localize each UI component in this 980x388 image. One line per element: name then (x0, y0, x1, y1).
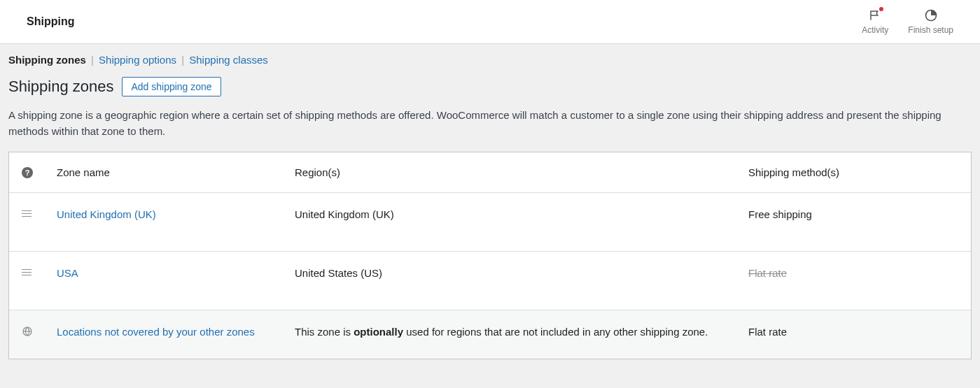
zone-name-link[interactable]: USA (57, 267, 78, 279)
drag-handle-col (22, 208, 57, 219)
section-description: A shipping zone is a geographic region w… (0, 103, 966, 152)
progress-circle-icon (924, 8, 938, 22)
zone-name-link[interactable]: Locations not covered by your other zone… (57, 326, 255, 338)
finish-setup-label: Finish setup (908, 25, 953, 35)
zone-name-link[interactable]: United Kingdom (UK) (57, 208, 156, 220)
topbar: Shipping Activity Finish setup (0, 0, 980, 44)
help-col: ? (22, 167, 57, 178)
section-heading: Shipping zones (8, 78, 113, 96)
table-row: United Kingdom (UK) United Kingdom (UK) … (9, 193, 971, 252)
zone-method: Free shipping (748, 208, 958, 220)
subnav-options[interactable]: Shipping options (99, 54, 176, 66)
topbar-actions: Activity Finish setup (862, 8, 953, 35)
subnav: Shipping zones | Shipping options | Ship… (0, 44, 980, 73)
table-header-row: ? Zone name Region(s) Shipping method(s) (9, 152, 971, 193)
drag-handle-icon[interactable] (22, 267, 31, 278)
heading-row: Shipping zones Add shipping zone (0, 73, 980, 103)
help-icon[interactable]: ? (22, 167, 33, 178)
zone-region: This zone is optionally used for regions… (295, 326, 748, 338)
globe-col (22, 326, 57, 339)
header-zone-name: Zone name (57, 166, 295, 178)
activity-label: Activity (862, 25, 888, 35)
zone-region: United Kingdom (UK) (295, 208, 748, 220)
table-row: USA United States (US) Flat rate (9, 252, 971, 310)
zone-region: United States (US) (295, 267, 748, 279)
page-title: Shipping (27, 15, 74, 28)
subnav-classes[interactable]: Shipping classes (189, 54, 268, 66)
header-method: Shipping method(s) (748, 166, 958, 178)
shipping-zones-table: ? Zone name Region(s) Shipping method(s)… (8, 152, 972, 359)
flag-icon (868, 8, 882, 22)
table-row-rest: Locations not covered by your other zone… (9, 310, 971, 359)
activity-button[interactable]: Activity (862, 8, 888, 35)
subnav-zones[interactable]: Shipping zones (8, 54, 86, 66)
zone-method-disabled: Flat rate (748, 267, 787, 279)
finish-setup-button[interactable]: Finish setup (908, 8, 953, 35)
globe-icon (22, 326, 33, 339)
header-region: Region(s) (295, 166, 748, 178)
drag-handle-icon[interactable] (22, 208, 31, 219)
add-shipping-zone-button[interactable]: Add shipping zone (122, 77, 220, 96)
notification-dot-icon (879, 7, 883, 11)
zone-method: Flat rate (748, 326, 958, 338)
drag-handle-col (22, 267, 57, 278)
